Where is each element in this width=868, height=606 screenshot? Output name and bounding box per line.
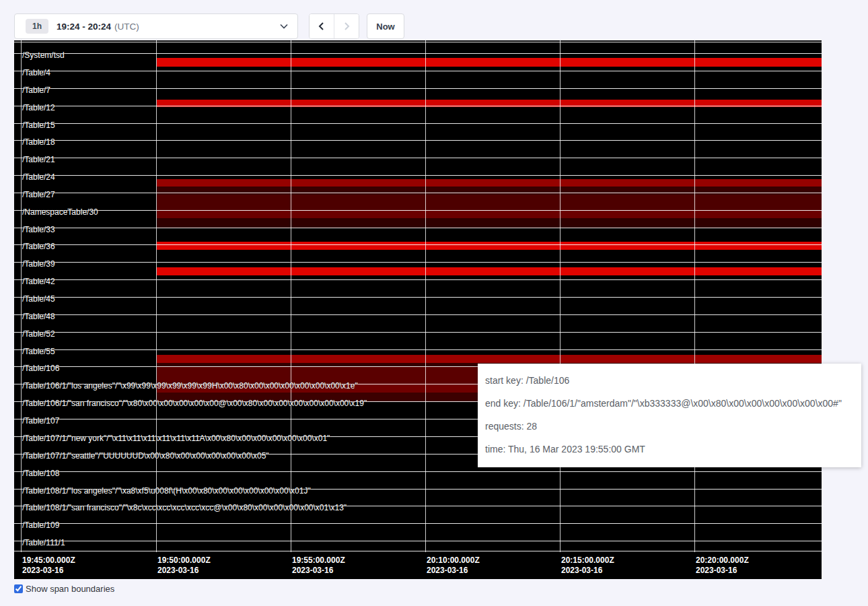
previous-window-button[interactable] <box>310 14 334 38</box>
heat-stripe <box>157 242 822 250</box>
span-boundary-line <box>14 349 822 350</box>
span-boundary-line <box>14 140 822 141</box>
span-label: /Table/4 <box>22 69 50 77</box>
span-label: /Table/107/1/"seattle"/"UUUUUUD\x00\x80\… <box>22 452 269 461</box>
heat-stripe <box>157 355 822 363</box>
span-label: /Table/109 <box>22 521 59 530</box>
time-gridline <box>291 40 291 552</box>
tooltip-time: time: Thu, 16 Mar 2023 19:55:00 GMT <box>485 438 854 461</box>
tooltip-end-key: end key: /Table/106/1/"amsterdam"/"\xb33… <box>485 392 854 415</box>
span-boundary-line <box>14 332 822 333</box>
heat-stripe <box>157 218 822 228</box>
time-axis-label: 20:15:00.000Z2023-03-16 <box>561 556 614 576</box>
span-label: /Table/106/1/"los angeles"/"\x99\x99\x99… <box>22 382 358 391</box>
span-label: /Table/107 <box>22 417 59 426</box>
span-boundary-line <box>14 123 822 124</box>
span-label: /Table/48 <box>22 312 55 321</box>
span-boundary-line <box>14 244 822 245</box>
timezone-label: (UTC) <box>114 22 139 32</box>
span-label: /Table/36 <box>22 242 55 251</box>
span-boundary-line <box>14 262 822 263</box>
chevron-down-icon <box>280 24 288 29</box>
span-label: /Table/7 <box>22 86 50 95</box>
heat-stripe <box>157 179 822 187</box>
span-boundary-line <box>14 210 822 211</box>
span-boundary-line <box>14 88 822 89</box>
heat-stripe <box>157 58 822 67</box>
span-label: /Table/52 <box>22 330 55 339</box>
time-range-select[interactable]: 1h 19:24 - 20:24(UTC) <box>14 13 298 39</box>
span-boundary-line <box>14 471 822 472</box>
span-boundary-line <box>14 551 822 551</box>
time-nav-group <box>309 13 359 39</box>
span-label: /Table/42 <box>22 277 55 286</box>
span-label: /Table/18 <box>22 138 55 147</box>
span-label: /Table/33 <box>22 226 55 234</box>
span-label: /System/tsd <box>22 51 65 60</box>
heat-stripe <box>157 210 822 218</box>
tooltip-requests: requests: 28 <box>485 415 854 438</box>
span-label: /Table/45 <box>22 295 55 304</box>
span-label: /Table/27 <box>22 191 55 199</box>
key-visualizer-page: { "toolbar": { "duration_badge": "1h", "… <box>0 0 868 606</box>
duration-badge: 1h <box>26 19 48 34</box>
time-axis-label: 19:45:00.000Z2023-03-16 <box>22 556 75 576</box>
span-label: /Table/108/1/"san francisco"/"\x8c\xcc\x… <box>22 504 347 512</box>
span-boundary-line <box>14 193 822 193</box>
span-boundary-line <box>14 175 822 176</box>
show-span-boundaries-label[interactable]: Show span boundaries <box>26 584 114 594</box>
span-boundary-line <box>14 279 822 280</box>
span-tooltip: start key: /Table/106 end key: /Table/10… <box>478 364 861 467</box>
span-label: /Table/106/1/"san francisco"/"\x80\x00\x… <box>22 399 367 408</box>
time-gridline <box>156 40 157 552</box>
span-label: /Table/55 <box>22 347 55 356</box>
time-gridline <box>21 40 22 552</box>
span-boundary-line <box>14 541 822 541</box>
span-boundary-line <box>14 71 822 71</box>
time-gridline <box>425 40 426 552</box>
span-boundary-line <box>14 314 822 315</box>
heat-stripe <box>157 187 822 195</box>
span-boundary-line <box>14 106 822 106</box>
span-boundary-line <box>14 228 822 228</box>
span-label: /Table/21 <box>22 156 55 164</box>
time-gridline <box>694 40 695 552</box>
time-range-text: 19:24 - 20:24(UTC) <box>57 22 139 32</box>
time-axis-label: 19:55:00.000Z2023-03-16 <box>292 556 345 576</box>
span-boundary-line <box>14 158 822 158</box>
next-window-button[interactable] <box>334 14 359 38</box>
span-label: /Table/111/1 <box>22 539 65 547</box>
span-boundary-line <box>14 53 822 54</box>
time-axis-label: 20:20:00.000Z2023-03-16 <box>696 556 749 576</box>
chevron-right-icon <box>342 22 351 31</box>
heat-stripe <box>157 267 822 275</box>
span-label: /Table/107/1/"new york"/"\x11\x11\x11\x1… <box>22 434 330 443</box>
chevron-left-icon <box>317 22 326 31</box>
span-label: /Table/39 <box>22 260 55 269</box>
time-axis-label: 19:50:00.000Z2023-03-16 <box>157 556 211 576</box>
tooltip-start-key: start key: /Table/106 <box>485 369 854 392</box>
heat-stripe <box>157 195 822 210</box>
span-boundary-line <box>14 523 822 524</box>
time-gridline <box>560 40 560 552</box>
span-boundary-line <box>14 297 822 298</box>
time-range-value: 19:24 - 20:24 <box>57 22 111 32</box>
show-span-boundaries-checkbox[interactable] <box>14 584 23 593</box>
span-label: /Table/108/1/"los angeles"/"\xa8\xf5\u00… <box>22 487 311 496</box>
span-label: /Table/24 <box>22 173 55 182</box>
key-visualizer-heatmap[interactable]: /System/tsd/Table/4/Table/7/Table/12/Tab… <box>14 40 822 579</box>
now-button[interactable]: Now <box>367 13 404 39</box>
span-boundary-line <box>14 42 822 42</box>
span-label: /NamespaceTable/30 <box>22 208 98 217</box>
span-label: /Table/15 <box>22 121 55 130</box>
span-label: /Table/12 <box>22 104 55 112</box>
span-label: /Table/106 <box>22 364 59 373</box>
time-axis-label: 20:10:00.000Z2023-03-16 <box>427 556 480 576</box>
span-boundaries-control: Show span boundaries <box>14 584 114 594</box>
span-label: /Table/108 <box>22 469 59 478</box>
